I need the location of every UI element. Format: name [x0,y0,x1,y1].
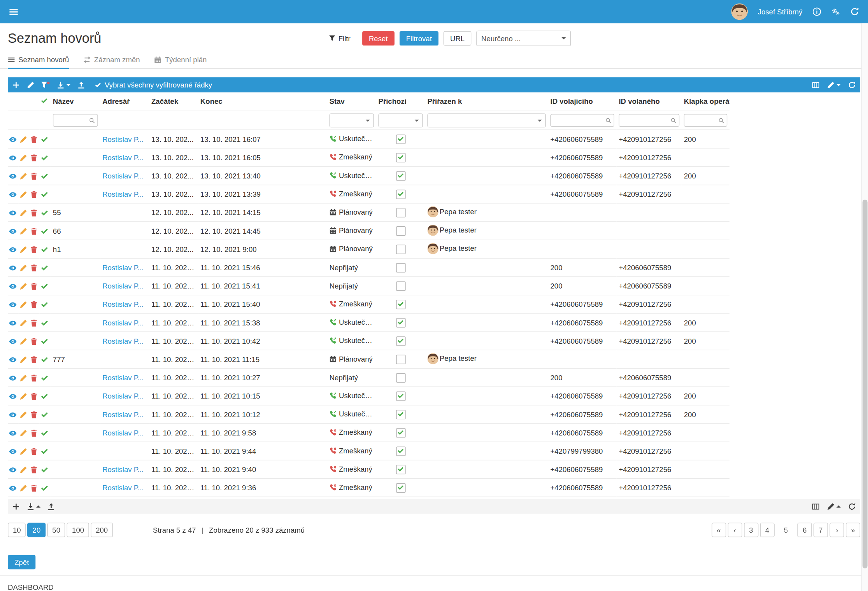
edit-row-icon[interactable] [19,374,27,382]
vertical-scrollbar[interactable] [861,23,868,591]
delete-row-icon[interactable] [30,411,38,419]
columns-button[interactable] [812,81,820,89]
info-icon[interactable] [812,7,821,16]
col-id-volajiciho[interactable]: ID volajícího [548,92,617,111]
edit-row-icon[interactable] [19,319,27,327]
page-size-20[interactable]: 20 [28,523,46,537]
adresar-link[interactable]: Rostislav P... [102,300,144,308]
prev-page-button[interactable]: ‹ [728,523,742,537]
select-row-icon[interactable] [40,411,48,419]
view-row-icon[interactable] [9,154,17,162]
delete-row-icon[interactable] [30,374,38,382]
col-stav[interactable]: Stav [327,92,376,111]
tab-tydenni-plan[interactable]: Týdenní plán [154,52,207,69]
adresar-link[interactable]: Rostislav P... [102,337,144,345]
col-klapka-operatora[interactable]: Klapka operát [682,92,729,111]
columns-button[interactable] [812,502,820,510]
select-row-icon[interactable] [40,466,48,474]
delete-row-icon[interactable] [30,154,38,162]
select-row-icon[interactable] [40,282,48,290]
reset-button[interactable]: Reset [362,31,395,45]
page-4-button[interactable]: 4 [760,523,774,537]
view-row-icon[interactable] [9,319,17,327]
select-row-icon[interactable] [40,484,48,492]
prichozi-checkbox[interactable] [396,189,405,199]
edit-row-icon[interactable] [19,191,27,198]
select-row-icon[interactable] [40,191,48,198]
edit-row-icon[interactable] [19,448,27,455]
refresh-table-button[interactable] [848,502,856,510]
select-row-icon[interactable] [40,154,48,162]
refresh-icon[interactable] [850,7,859,16]
import-button[interactable] [77,81,85,89]
delete-row-icon[interactable] [30,392,38,400]
edit-row-icon[interactable] [19,392,27,400]
edit-row-icon[interactable] [19,246,27,254]
delete-row-icon[interactable] [30,264,38,272]
edit-view-button[interactable] [827,81,841,89]
select-row-icon[interactable] [40,301,48,308]
view-row-icon[interactable] [9,411,17,419]
assignee[interactable]: Pepa tester [427,206,477,217]
edit-row-icon[interactable] [19,264,27,272]
adresar-link[interactable]: Rostislav P... [102,135,144,143]
view-row-icon[interactable] [9,466,17,474]
edit-row-icon[interactable] [19,136,27,143]
edit-row-icon[interactable] [19,209,27,217]
filter-preset-select[interactable]: Neurčeno ... [476,31,571,46]
assignee[interactable]: Pepa tester [427,353,477,364]
url-button[interactable]: URL [444,31,472,45]
view-row-icon[interactable] [9,136,17,143]
tab-seznam-hovoru[interactable]: Seznam hovorů [8,52,69,69]
prichozi-checkbox[interactable] [396,446,405,456]
adresar-link[interactable]: Rostislav P... [102,153,144,161]
prichozi-checkbox[interactable] [396,483,405,492]
adresar-link[interactable]: Rostislav P... [102,263,144,271]
select-all-filtered-button[interactable]: Vybrat všechny vyfiltrované řádky [95,80,212,89]
view-row-icon[interactable] [9,246,17,254]
tab-zaznam-zmen[interactable]: Záznam změn [84,52,140,69]
import-button[interactable] [47,502,55,510]
prichozi-checkbox[interactable] [396,263,405,272]
prichozi-checkbox[interactable] [396,318,405,327]
view-row-icon[interactable] [9,191,17,198]
delete-row-icon[interactable] [30,136,38,143]
dashboard-link[interactable]: DASHBOARD [0,576,868,591]
adresar-link[interactable]: Rostislav P... [102,484,144,492]
scrollbar-thumb[interactable] [863,199,868,568]
edit-row-icon[interactable] [19,337,27,345]
delete-row-icon[interactable] [30,429,38,437]
prichozi-checkbox[interactable] [396,391,405,400]
export-button[interactable] [57,81,71,89]
view-row-icon[interactable] [9,356,17,364]
select-row-icon[interactable] [40,264,48,272]
delete-row-icon[interactable] [30,209,38,217]
view-row-icon[interactable] [9,227,17,235]
prichozi-checkbox[interactable] [396,465,405,474]
view-row-icon[interactable] [9,264,17,272]
edit-row-icon[interactable] [19,282,27,290]
filter-prirazen-select[interactable] [427,114,546,128]
page-size-10[interactable]: 10 [8,523,26,537]
delete-row-icon[interactable] [30,319,38,327]
view-row-icon[interactable] [9,429,17,437]
prichozi-checkbox[interactable] [396,134,405,143]
delete-row-icon[interactable] [30,356,38,364]
select-row-icon[interactable] [40,429,48,437]
adresar-link[interactable]: Rostislav P... [102,373,144,381]
adresar-link[interactable]: Rostislav P... [102,392,144,400]
delete-row-icon[interactable] [30,448,38,455]
view-row-icon[interactable] [9,337,17,345]
select-row-icon[interactable] [40,246,48,254]
adresar-link[interactable]: Rostislav P... [102,428,144,437]
col-nazev[interactable]: Název [51,92,100,111]
user-avatar[interactable] [731,3,748,20]
delete-row-icon[interactable] [30,484,38,492]
next-page-button[interactable]: › [829,523,844,537]
adresar-link[interactable]: Rostislav P... [102,171,144,180]
select-row-icon[interactable] [40,136,48,143]
filter-toggle-button[interactable]: Filtr [322,31,357,45]
back-button[interactable]: Zpět [8,555,36,569]
delete-row-icon[interactable] [30,227,38,235]
view-row-icon[interactable] [9,209,17,217]
